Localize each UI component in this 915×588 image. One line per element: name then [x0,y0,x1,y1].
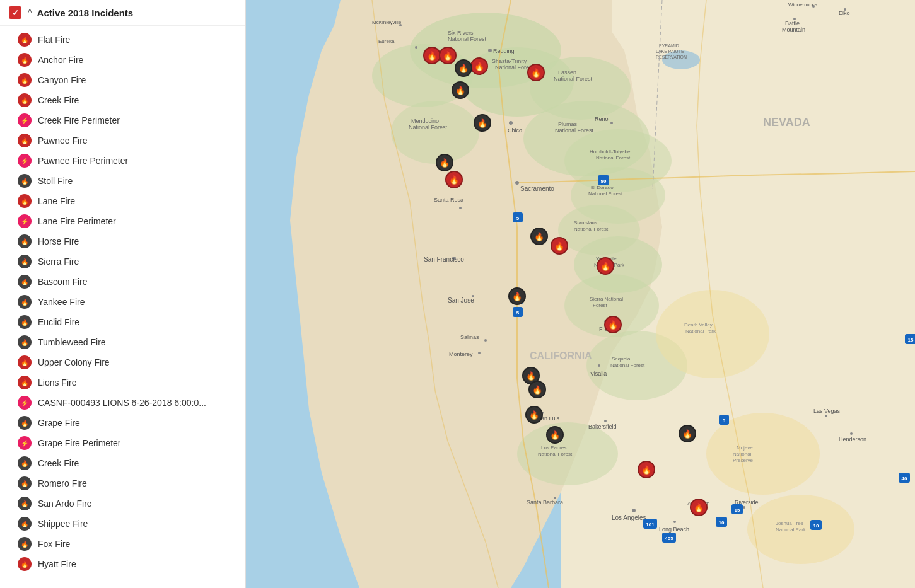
svg-text:Stanislaus: Stanislaus [574,220,597,226]
map-marker-7[interactable]: 🔥 [436,154,453,171]
svg-point-62 [515,181,519,185]
svg-text:Chico: Chico [508,127,522,134]
active-incidents-checkbox[interactable] [9,6,21,19]
svg-text:El Dorado: El Dorado [591,185,614,190]
fire-icon-creek-fire-2 [18,456,32,470]
map-marker-19[interactable]: 🔥 [690,499,708,516]
fire-list: Flat FireAnchor FireCanyon FireCreek Fir… [0,26,245,578]
fire-label-creek-fire-1: Creek Fire [38,95,79,105]
fire-icon-san-ardo-fire [18,497,32,510]
sidebar-item-yankee-fire[interactable]: Yankee Fire [0,292,245,312]
svg-text:Henderson: Henderson [839,436,866,442]
map-marker-18[interactable]: 🔥 [638,461,655,478]
sidebar-item-romero-fire[interactable]: Romero Fire [0,473,245,493]
map-marker-2[interactable]: 🔥 [470,57,488,75]
fire-icon-creek-fire-perimeter [18,113,32,127]
sidebar-item-lane-fire[interactable]: Lane Fire [0,191,245,211]
svg-text:Shasta-Trinity: Shasta-Trinity [492,58,527,64]
sidebar-item-pawnee-fire-perimeter[interactable]: Pawnee Fire Perimeter [0,151,245,171]
svg-text:Lassen: Lassen [558,69,576,76]
svg-text:Winnemucca: Winnemucca [788,2,818,8]
sidebar-item-casnf-lions[interactable]: CASNF-000493 LIONS 6-26-2018 6:00:0... [0,393,245,413]
sidebar-item-bascom-fire[interactable]: Bascom Fire [0,272,245,292]
sidebar-item-canyon-fire[interactable]: Canyon Fire [0,70,245,90]
fire-icon-romero-fire [18,476,32,490]
svg-text:Sierra National: Sierra National [590,296,623,302]
map-marker-20[interactable]: 🔥 [679,425,696,442]
svg-text:Plumas: Plumas [558,121,578,127]
sidebar-item-pawnee-fire[interactable]: Pawnee Fire [0,130,245,151]
map-marker-6[interactable]: 🔥 [474,114,491,132]
map-marker-12[interactable]: 🔥 [508,287,526,305]
sidebar-item-upper-colony-fire[interactable]: Upper Colony Fire [0,352,245,372]
map-marker-9[interactable]: 🔥 [530,228,548,245]
fire-label-lane-fire-perimeter: Lane Fire Perimeter [38,216,116,226]
sidebar-item-grape-fire[interactable]: Grape Fire [0,413,245,433]
svg-text:40: 40 [902,476,907,481]
map-marker-11[interactable]: 🔥 [597,257,614,275]
svg-text:Forest: Forest [593,303,607,308]
map-marker-17[interactable]: 🔥 [546,426,564,444]
sidebar-item-stoll-fire[interactable]: Stoll Fire [0,171,245,191]
map-marker-8[interactable]: 🔥 [445,171,463,188]
sidebar-item-tumbleweed-fire[interactable]: Tumbleweed Fire [0,332,245,352]
fire-label-hyatt-fire: Hyatt Fire [38,559,76,569]
svg-point-16 [391,101,479,164]
sidebar-item-sierra-fire[interactable]: Sierra Fire [0,251,245,272]
svg-text:LAKE PAIUTE: LAKE PAIUTE [656,49,684,54]
svg-text:Eureka: Eureka [378,38,395,44]
sidebar-item-lane-fire-perimeter[interactable]: Lane Fire Perimeter [0,211,245,231]
svg-text:National Forest: National Forest [554,76,593,82]
sidebar-item-horse-fire[interactable]: Horse Fire [0,231,245,251]
sidebar-item-san-ardo-fire[interactable]: San Ardo Fire [0,493,245,514]
map-marker-10[interactable]: 🔥 [551,237,568,255]
sidebar-item-lions-fire[interactable]: Lions Fire [0,372,245,393]
sidebar-item-creek-fire-perimeter[interactable]: Creek Fire Perimeter [0,110,245,130]
map-area[interactable]: Six Rivers National Forest Shasta-Trinit… [246,0,915,588]
map-marker-4[interactable]: 🔥 [527,64,545,81]
fire-label-lions-fire: Lions Fire [38,378,76,388]
fire-icon-casnf-lions [18,396,32,410]
map-marker-1[interactable]: 🔥 [439,47,457,64]
sidebar-item-euclid-fire[interactable]: Euclid Fire [0,312,245,332]
sidebar-item-hyatt-fire[interactable]: Hyatt Fire [0,554,245,574]
svg-text:Mountain: Mountain [782,26,805,33]
fire-icon-pawnee-fire-perimeter [18,154,32,168]
svg-text:National Park: National Park [685,328,716,334]
fire-label-lane-fire: Lane Fire [38,196,75,206]
map-marker-5[interactable]: 🔥 [452,81,469,99]
fire-label-casnf-lions: CASNF-000493 LIONS 6-26-2018 6:00:0... [38,398,206,408]
map-marker-16[interactable]: 🔥 [525,406,543,424]
svg-point-90 [743,506,745,509]
map-marker-15[interactable]: 🔥 [528,381,546,398]
svg-text:15: 15 [908,337,914,343]
svg-point-54 [415,46,417,49]
fire-icon-stoll-fire [18,174,32,188]
collapse-arrow-icon[interactable]: ^ [28,8,32,18]
svg-text:Las Vegas: Las Vegas [813,408,841,414]
sidebar-item-creek-fire-2[interactable]: Creek Fire [0,453,245,473]
sidebar-item-shippee-fire[interactable]: Shippee Fire [0,514,245,534]
svg-point-60 [610,122,613,124]
sidebar-item-anchor-fire[interactable]: Anchor Fire [0,50,245,70]
svg-text:Mendocino: Mendocino [411,118,439,124]
fire-label-bascom-fire: Bascom Fire [38,277,88,287]
fire-icon-fox-fire [18,537,32,551]
fire-label-romero-fire: Romero Fire [38,478,87,488]
map-marker-13[interactable]: 🔥 [604,316,622,333]
map-container[interactable]: Six Rivers National Forest Shasta-Trinit… [246,0,915,588]
fire-label-tumbleweed-fire: Tumbleweed Fire [38,337,106,347]
svg-text:Six Rivers: Six Rivers [448,30,474,36]
sidebar-item-flat-fire[interactable]: Flat Fire [0,30,245,50]
fire-icon-creek-fire-1 [18,93,32,107]
map-marker-0[interactable]: 🔥 [423,47,441,64]
svg-text:National Forest: National Forest [596,155,631,161]
svg-text:Reno: Reno [595,116,609,122]
sidebar-item-creek-fire-1[interactable]: Creek Fire [0,90,245,110]
sidebar-item-grape-fire-perimeter[interactable]: Grape Fire Perimeter [0,433,245,453]
fire-icon-lane-fire-perimeter [18,214,32,228]
map-marker-3[interactable]: 🔥 [455,59,472,77]
sidebar-item-fox-fire[interactable]: Fox Fire [0,534,245,554]
svg-text:10: 10 [719,520,725,526]
svg-text:5: 5 [723,418,726,424]
